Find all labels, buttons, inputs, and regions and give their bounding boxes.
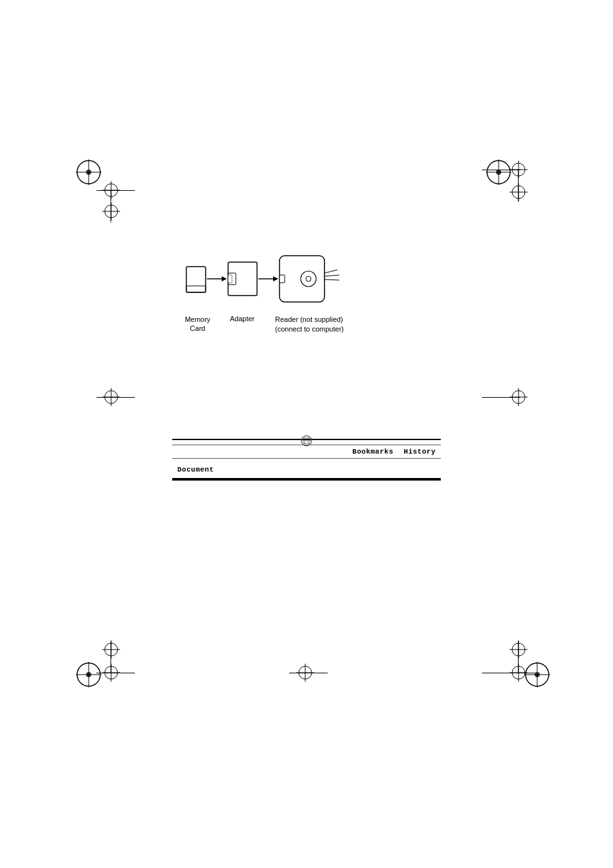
svg-rect-35 (280, 275, 285, 283)
h-line-top-right (482, 170, 520, 170)
svg-rect-24 (228, 262, 257, 296)
diagram-area: Memory Card Adapter Reader (not supplied… (180, 251, 437, 353)
svg-point-30 (301, 271, 316, 287)
globe-icon (300, 434, 313, 450)
reg-mark-top-left-inner (102, 181, 120, 202)
reg-mark-bottom-left-large (76, 662, 102, 690)
svg-line-34 (324, 279, 339, 280)
svg-marker-28 (273, 276, 278, 281)
reg-mark-top-left-below (102, 202, 120, 223)
tab-bookmarks[interactable]: Bookmarks (352, 448, 393, 456)
svg-rect-26 (228, 275, 232, 283)
h-line-top-left (96, 190, 135, 191)
svg-line-32 (324, 270, 337, 273)
document-label: Document (177, 466, 214, 474)
reg-mark-top-right-inner (510, 161, 528, 181)
reg-mark-top-right-large (486, 159, 511, 188)
memory-card-label: Memory Card (180, 315, 215, 333)
reg-mark-bottom-right-upper (510, 641, 528, 661)
svg-point-31 (306, 276, 311, 281)
diagram-svg (180, 251, 437, 321)
panel-body: Document (172, 459, 441, 478)
adapter-label: Adapter (226, 315, 258, 323)
ui-panel: Bookmarks History Document (172, 439, 441, 481)
svg-line-33 (324, 275, 339, 276)
reg-mark-mid-left (102, 388, 120, 409)
reg-mark-mid-right (510, 388, 528, 409)
svg-marker-23 (222, 276, 227, 281)
svg-rect-21 (186, 286, 206, 292)
panel-bottom-line (172, 478, 441, 479)
h-line-mid-right (482, 397, 520, 398)
h-line-bottom-mid (289, 673, 328, 673)
browser-icon-row (172, 440, 441, 442)
h-line-mid-left (96, 397, 135, 398)
tab-history[interactable]: History (404, 448, 436, 456)
svg-rect-20 (186, 267, 206, 292)
reg-mark-top-right-below (510, 183, 528, 204)
reg-mark-bottom-left-inner (102, 664, 120, 684)
reader-label: Reader (not supplied) (connect to comput… (275, 315, 391, 335)
reg-mark-bottom-mid (296, 664, 314, 684)
reg-mark-bottom-right-large (524, 662, 550, 690)
svg-rect-29 (280, 256, 324, 302)
h-line-bottom-left (96, 673, 135, 673)
reg-mark-top-left-large (76, 159, 102, 188)
reg-mark-bottom-left-upper (102, 641, 120, 661)
